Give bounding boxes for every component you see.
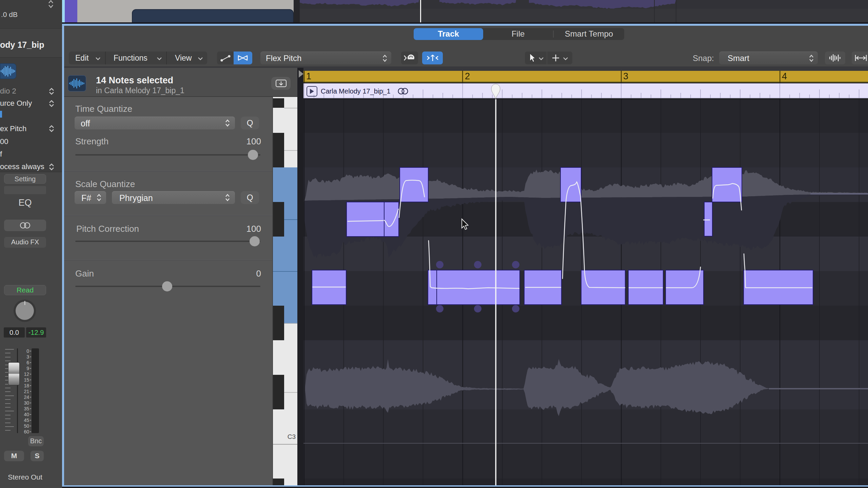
svg-text:2: 2	[465, 71, 470, 81]
svg-text:Carla Melody 17_bip_1: Carla Melody 17_bip_1	[321, 87, 391, 95]
svg-text:1: 1	[306, 71, 311, 81]
svg-text:4: 4	[782, 71, 787, 81]
svg-text:3: 3	[623, 71, 628, 81]
